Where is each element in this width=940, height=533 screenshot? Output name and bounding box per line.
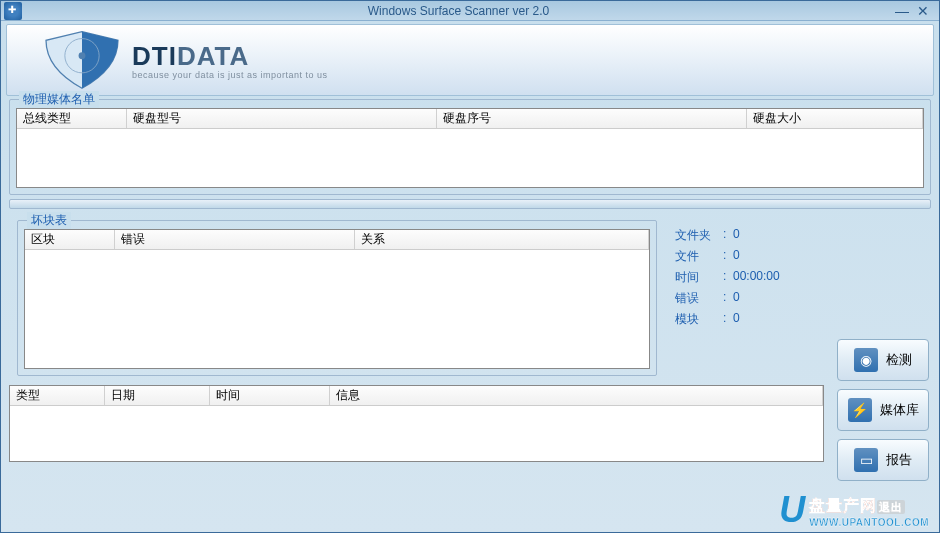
logo-shield-icon bbox=[37, 30, 127, 90]
physical-media-section: 物理媒体名单 总线类型 硬盘型号 硬盘序号 硬盘大小 bbox=[9, 99, 931, 195]
watermark-logo: U bbox=[779, 492, 805, 528]
col-time[interactable]: 时间 bbox=[210, 386, 330, 405]
book-icon: ▭ bbox=[854, 448, 878, 472]
log-body[interactable] bbox=[10, 406, 823, 461]
col-error[interactable]: 错误 bbox=[115, 230, 355, 249]
bad-blocks-section: 坏块表 区块 错误 关系 bbox=[17, 220, 657, 376]
app-window: Windows Surface Scanner ver 2.0 — ✕ DTID… bbox=[0, 0, 940, 533]
stat-folders: 文件夹:0 bbox=[675, 227, 815, 244]
section-label: 物理媒体名单 bbox=[19, 91, 99, 108]
stat-blocks: 模块:0 bbox=[675, 311, 815, 328]
stat-errors: 错误:0 bbox=[675, 290, 815, 307]
lightning-icon: ⚡ bbox=[848, 398, 872, 422]
titlebar: Windows Surface Scanner ver 2.0 — ✕ bbox=[1, 1, 939, 21]
bad-blocks-body[interactable] bbox=[25, 250, 649, 368]
logo-brand: DTIDATA bbox=[132, 41, 328, 72]
stat-time: 时间:00:00:00 bbox=[675, 269, 815, 286]
col-bus-type[interactable]: 总线类型 bbox=[17, 109, 127, 128]
close-button[interactable]: ✕ bbox=[917, 3, 929, 19]
app-icon bbox=[4, 2, 22, 20]
header-banner: DTIDATA because your data is just as imp… bbox=[6, 24, 934, 96]
col-disk-model[interactable]: 硬盘型号 bbox=[127, 109, 437, 128]
log-section: 类型 日期 时间 信息 bbox=[9, 385, 931, 462]
col-disk-serial[interactable]: 硬盘序号 bbox=[437, 109, 747, 128]
scan-button[interactable]: ◉ 检测 bbox=[837, 339, 929, 381]
window-controls: — ✕ bbox=[895, 3, 939, 19]
table-header: 总线类型 硬盘型号 硬盘序号 硬盘大小 bbox=[17, 109, 923, 129]
watermark-cn: 盘量产网退出 bbox=[809, 496, 929, 517]
section-label: 坏块表 bbox=[27, 212, 71, 229]
col-disk-size[interactable]: 硬盘大小 bbox=[747, 109, 923, 128]
logo-tagline: because your data is just as important t… bbox=[132, 70, 328, 80]
log-table[interactable]: 类型 日期 时间 信息 bbox=[9, 385, 824, 462]
report-button[interactable]: ▭ 报告 bbox=[837, 439, 929, 481]
table-header: 区块 错误 关系 bbox=[25, 230, 649, 250]
media-table[interactable]: 总线类型 硬盘型号 硬盘序号 硬盘大小 bbox=[16, 108, 924, 188]
media-table-body[interactable] bbox=[17, 129, 923, 187]
watermark-url: WWW.UPANTOOL.COM bbox=[809, 517, 929, 528]
col-date[interactable]: 日期 bbox=[105, 386, 210, 405]
logo-text: DTIDATA because your data is just as imp… bbox=[132, 41, 328, 80]
stats-panel: 文件夹:0 文件:0 时间:00:00:00 错误:0 模块:0 bbox=[675, 217, 815, 379]
bad-blocks-table[interactable]: 区块 错误 关系 bbox=[24, 229, 650, 369]
divider bbox=[9, 199, 931, 209]
stat-files: 文件:0 bbox=[675, 248, 815, 265]
col-block[interactable]: 区块 bbox=[25, 230, 115, 249]
col-type[interactable]: 类型 bbox=[10, 386, 105, 405]
exit-badge: 退出 bbox=[877, 500, 905, 514]
col-relation[interactable]: 关系 bbox=[355, 230, 649, 249]
action-buttons: ◉ 检测 ⚡ 媒体库 ▭ 报告 bbox=[837, 339, 929, 481]
window-title: Windows Surface Scanner ver 2.0 bbox=[22, 4, 895, 18]
disc-icon: ◉ bbox=[854, 348, 878, 372]
minimize-button[interactable]: — bbox=[895, 3, 909, 19]
col-info[interactable]: 信息 bbox=[330, 386, 823, 405]
table-header: 类型 日期 时间 信息 bbox=[10, 386, 823, 406]
media-library-button[interactable]: ⚡ 媒体库 bbox=[837, 389, 929, 431]
svg-point-1 bbox=[79, 52, 86, 59]
watermark: U 盘量产网退出 WWW.UPANTOOL.COM bbox=[779, 492, 929, 528]
